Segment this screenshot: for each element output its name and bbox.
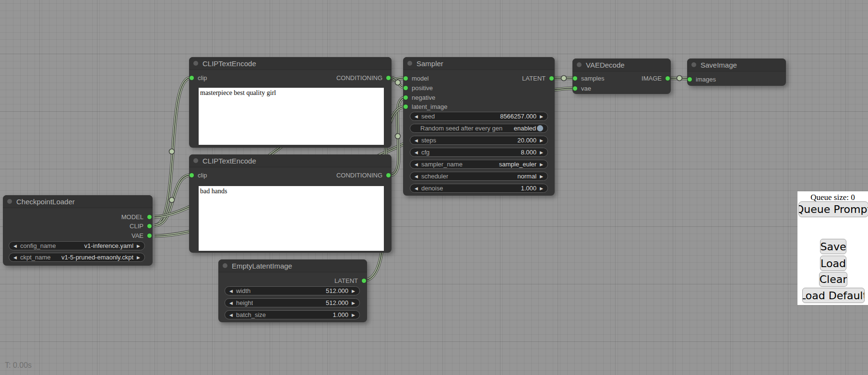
decrement-arrow-icon[interactable]: ◀	[415, 174, 418, 179]
widget-seed[interactable]: ◀ seed 8566257.000 ▶	[410, 112, 548, 121]
increment-arrow-icon[interactable]: ▶	[352, 313, 355, 317]
input-vae[interactable]: vae	[572, 84, 591, 93]
port-dot-icon[interactable]	[190, 76, 194, 80]
prompt-textarea[interactable]: masterpiece best quality girl	[199, 88, 384, 145]
collapse-dot-icon[interactable]	[193, 61, 198, 66]
node-vae-decode[interactable]: VAEDecode samples vae IMAGE	[572, 59, 671, 94]
node-clip-text-encode-negative[interactable]: CLIPTextEncode clip CONDITIONING bad han…	[189, 154, 392, 253]
port-dot-icon[interactable]	[147, 224, 152, 228]
port-dot-icon[interactable]	[666, 76, 670, 81]
widget-config-name[interactable]: ◀ config_name v1-inference.yaml ▶	[9, 241, 145, 250]
increment-arrow-icon[interactable]: ▶	[137, 244, 140, 248]
node-clip-text-encode-positive[interactable]: CLIPTextEncode clip CONDITIONING masterp…	[189, 57, 392, 148]
input-samples[interactable]: samples	[572, 74, 604, 82]
port-label: vae	[581, 85, 591, 92]
widget-cfg[interactable]: ◀ cfg 8.000 ▶	[410, 148, 548, 157]
port-dot-icon[interactable]	[404, 95, 408, 100]
collapse-dot-icon[interactable]	[7, 199, 12, 204]
widget-height[interactable]: ◀ height 512.000 ▶	[225, 298, 360, 307]
node-title-bar[interactable]: VAEDecode	[572, 59, 671, 71]
output-clip[interactable]: CLIP	[130, 222, 153, 230]
node-empty-latent-image[interactable]: EmptyLatentImage LATENT ◀ width 512.000 …	[218, 259, 367, 322]
save-button[interactable]: Save	[820, 239, 846, 254]
decrement-arrow-icon[interactable]: ◀	[229, 289, 233, 293]
port-dot-icon[interactable]	[573, 76, 577, 81]
increment-arrow-icon[interactable]: ▶	[540, 114, 543, 119]
input-positive[interactable]: positive	[403, 83, 433, 92]
port-dot-icon[interactable]	[404, 76, 408, 81]
decrement-arrow-icon[interactable]: ◀	[229, 313, 233, 317]
widget-ckpt-name[interactable]: ◀ ckpt_name v1-5-pruned-emaonly.ckpt ▶	[9, 253, 145, 262]
node-title-bar[interactable]: SaveImage	[687, 59, 786, 71]
output-conditioning[interactable]: CONDITIONING	[336, 171, 392, 179]
node-title-bar[interactable]: EmptyLatentImage	[218, 259, 367, 272]
increment-arrow-icon[interactable]: ▶	[137, 255, 140, 260]
clear-button[interactable]: Clear	[819, 272, 847, 287]
node-checkpoint-loader[interactable]: CheckpointLoader MODEL CLIP VAE ◀ config…	[3, 195, 153, 266]
input-images[interactable]: images	[687, 75, 716, 83]
increment-arrow-icon[interactable]: ▶	[540, 150, 543, 155]
decrement-arrow-icon[interactable]: ◀	[13, 244, 17, 248]
port-dot-icon[interactable]	[147, 234, 152, 238]
output-vae[interactable]: VAE	[131, 231, 153, 240]
increment-arrow-icon[interactable]: ▶	[352, 289, 355, 293]
node-title: CheckpointLoader	[16, 198, 75, 206]
collapse-dot-icon[interactable]	[577, 62, 582, 67]
decrement-arrow-icon[interactable]: ◀	[415, 186, 418, 191]
increment-arrow-icon[interactable]: ▶	[540, 186, 543, 191]
decrement-arrow-icon[interactable]: ◀	[415, 150, 418, 155]
port-dot-icon[interactable]	[404, 105, 408, 109]
widget-denoise[interactable]: ◀ denoise 1.000 ▶	[410, 184, 548, 193]
port-dot-icon[interactable]	[404, 86, 408, 90]
input-negative[interactable]: negative	[403, 93, 435, 102]
input-latent-image[interactable]: latent_image	[403, 102, 447, 111]
widget-batch-size[interactable]: ◀ batch_size 1.000 ▶	[225, 310, 360, 319]
node-title-bar[interactable]: CLIPTextEncode	[189, 57, 392, 70]
node-save-image[interactable]: SaveImage images	[687, 59, 786, 86]
port-dot-icon[interactable]	[688, 77, 692, 82]
decrement-arrow-icon[interactable]: ◀	[415, 162, 418, 167]
port-dot-icon[interactable]	[147, 215, 152, 219]
collapse-dot-icon[interactable]	[407, 61, 412, 66]
output-image[interactable]: IMAGE	[642, 74, 671, 82]
increment-arrow-icon[interactable]: ▶	[540, 138, 543, 143]
widget-sampler-name[interactable]: ◀ sampler_name sample_euler ▶	[410, 160, 548, 169]
node-title-bar[interactable]: CLIPTextEncode	[189, 154, 392, 167]
node-title-bar[interactable]: CheckpointLoader	[3, 195, 153, 208]
increment-arrow-icon[interactable]: ▶	[540, 162, 543, 167]
widget-steps[interactable]: ◀ steps 20.000 ▶	[410, 136, 548, 145]
queue-prompt-button[interactable]: Queue Prompt	[798, 201, 868, 217]
port-dot-icon[interactable]	[573, 86, 577, 91]
node-sampler[interactable]: Sampler model positive negative latent_i…	[403, 57, 555, 196]
output-latent[interactable]: LATENT	[522, 74, 555, 82]
port-dot-icon[interactable]	[386, 76, 391, 80]
output-conditioning[interactable]: CONDITIONING	[336, 73, 392, 82]
input-clip[interactable]: clip	[189, 171, 207, 179]
decrement-arrow-icon[interactable]: ◀	[13, 255, 17, 260]
output-model[interactable]: MODEL	[121, 212, 153, 221]
port-dot-icon[interactable]	[386, 173, 391, 177]
collapse-dot-icon[interactable]	[223, 263, 227, 268]
load-button[interactable]: Load	[820, 256, 846, 271]
input-model[interactable]: model	[403, 74, 428, 82]
widget-label: scheduler	[421, 173, 448, 180]
prompt-textarea[interactable]: bad hands	[199, 186, 384, 251]
port-dot-icon[interactable]	[362, 279, 366, 283]
increment-arrow-icon[interactable]: ▶	[352, 301, 355, 305]
node-title-bar[interactable]: Sampler	[403, 57, 555, 70]
load-default-button[interactable]: Load Default	[802, 288, 865, 303]
port-dot-icon[interactable]	[190, 173, 194, 177]
toggle-indicator-icon[interactable]	[537, 125, 543, 131]
increment-arrow-icon[interactable]: ▶	[540, 174, 543, 179]
output-latent[interactable]: LATENT	[334, 276, 367, 285]
widget-random-seed-toggle[interactable]: Random seed after every gen enabled	[410, 124, 548, 133]
collapse-dot-icon[interactable]	[193, 158, 198, 163]
decrement-arrow-icon[interactable]: ◀	[229, 301, 233, 305]
input-clip[interactable]: clip	[189, 73, 207, 82]
widget-width[interactable]: ◀ width 512.000 ▶	[225, 286, 360, 295]
port-dot-icon[interactable]	[549, 76, 554, 81]
decrement-arrow-icon[interactable]: ◀	[415, 114, 418, 119]
collapse-dot-icon[interactable]	[691, 62, 696, 67]
decrement-arrow-icon[interactable]: ◀	[415, 138, 418, 143]
widget-scheduler[interactable]: ◀ scheduler normal ▶	[410, 172, 548, 181]
